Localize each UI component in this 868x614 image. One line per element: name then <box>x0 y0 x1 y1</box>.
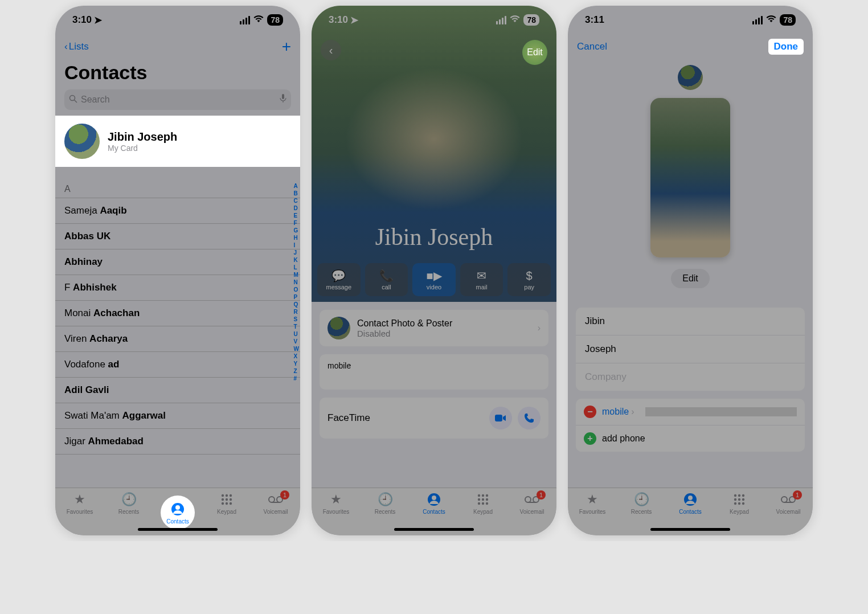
tab-favourites[interactable]: ★Favourites <box>575 492 609 535</box>
svg-rect-2 <box>282 94 284 99</box>
poster-preview[interactable] <box>650 98 730 257</box>
cancel-button[interactable]: Cancel <box>577 41 607 52</box>
action-video[interactable]: ■▶video <box>412 263 456 296</box>
phone-value-redacted <box>327 371 541 383</box>
svg-point-30 <box>525 497 531 502</box>
contact-row[interactable]: Abhinay <box>55 249 300 275</box>
voicemail-badge: 1 <box>537 490 546 500</box>
index-bar[interactable]: ABCDEFGHIJKLMNOPQRSTUVWXYZ# <box>294 182 299 382</box>
add-contact-button[interactable]: + <box>282 38 291 56</box>
action-row: 💬message 📞call ■▶video ✉mail $pay <box>317 263 551 296</box>
phone-screen-2: 3:10➤ 78 ‹ Edit Jibin Joseph 💬message 📞c… <box>312 6 556 535</box>
avatar <box>64 124 100 159</box>
svg-point-21 <box>478 494 480 497</box>
contact-row[interactable]: Monai Achachan <box>55 301 300 326</box>
action-pay[interactable]: $pay <box>507 263 551 296</box>
phone-edit-section: − mobile› + add phone <box>576 399 805 452</box>
svg-point-44 <box>781 497 787 502</box>
svg-point-13 <box>269 497 275 502</box>
battery: 78 <box>523 14 539 26</box>
last-name-field[interactable]: Joseph <box>576 335 805 363</box>
action-call[interactable]: 📞call <box>365 263 408 296</box>
search-input[interactable]: Search <box>64 89 291 110</box>
message-icon: 💬 <box>331 269 346 283</box>
tab-favourites[interactable]: ★Favourites <box>63 492 97 535</box>
mic-icon[interactable] <box>280 94 286 105</box>
status-bar: 3:10 ➤ 78 <box>55 6 300 34</box>
first-name-field[interactable]: Jibin <box>576 308 805 335</box>
clock-icon: 🕘 <box>633 492 649 507</box>
photo-poster-row[interactable]: Contact Photo & Poster Disabled › <box>320 310 548 346</box>
svg-point-25 <box>482 498 484 501</box>
time: 3:10 <box>329 14 348 26</box>
wifi-icon <box>510 14 520 26</box>
phone-number-row[interactable]: mobile <box>320 354 548 390</box>
svg-point-4 <box>222 494 224 497</box>
back-button[interactable]: ‹ <box>321 40 341 60</box>
contact-row[interactable]: Viren Acharya <box>55 326 300 352</box>
action-mail[interactable]: ✉mail <box>460 263 503 296</box>
chevron-left-icon: ‹ <box>64 41 68 52</box>
contact-row[interactable]: Sameja Aaqib <box>55 198 300 224</box>
svg-point-27 <box>478 502 480 505</box>
status-bar: 3:11 78 <box>568 6 813 34</box>
contact-poster: 3:10➤ 78 ‹ Edit Jibin Joseph 💬message 📞c… <box>312 6 556 302</box>
svg-point-29 <box>486 502 488 505</box>
my-card-row[interactable]: Jibin Joseph My Card <box>55 116 300 167</box>
phone-icon: 📞 <box>379 269 394 283</box>
contact-row[interactable]: F Abhishek <box>55 275 300 301</box>
phone-row[interactable]: − mobile› <box>576 399 805 425</box>
search-icon <box>69 95 77 105</box>
contacts-list[interactable]: Sameja AaqibAbbas UKAbhinayF AbhishekMon… <box>55 198 300 455</box>
photo-poster-title: Contact Photo & Poster <box>357 318 452 329</box>
phone-type-button[interactable]: mobile› <box>602 407 634 417</box>
facetime-video-button[interactable] <box>489 407 512 429</box>
svg-point-36 <box>738 494 740 497</box>
home-indicator[interactable] <box>394 528 474 531</box>
svg-point-11 <box>226 502 228 505</box>
tab-voicemail[interactable]: 1Voicemail <box>259 492 293 535</box>
tab-contacts-highlighted[interactable]: Contacts <box>161 496 195 530</box>
avatar-thumb[interactable] <box>678 65 703 90</box>
wifi-icon <box>766 14 776 26</box>
svg-point-39 <box>738 498 740 501</box>
home-indicator[interactable] <box>650 528 730 531</box>
svg-point-24 <box>478 498 480 501</box>
done-button-highlighted[interactable]: Done <box>768 39 804 55</box>
tab-voicemail[interactable]: 1Voicemail <box>515 492 549 535</box>
location-icon: ➤ <box>94 14 102 26</box>
svg-point-26 <box>486 498 488 501</box>
time: 3:11 <box>585 14 604 26</box>
action-message[interactable]: 💬message <box>317 263 361 296</box>
add-phone-button[interactable]: + <box>584 432 596 445</box>
remove-phone-button[interactable]: − <box>584 406 596 418</box>
facetime-label: FaceTime <box>327 412 370 424</box>
facetime-audio-button[interactable] <box>518 407 541 429</box>
contact-row[interactable]: Adil Gavli <box>55 378 300 403</box>
tab-voicemail[interactable]: 1Voicemail <box>771 492 805 535</box>
phone-value-redacted[interactable] <box>645 407 797 416</box>
svg-point-23 <box>486 494 488 497</box>
contact-row[interactable]: Swati Ma'am Aggarwal <box>55 403 300 429</box>
back-lists-button[interactable]: ‹ Lists <box>64 41 89 52</box>
home-indicator[interactable] <box>138 528 218 531</box>
svg-point-20 <box>432 496 436 500</box>
svg-point-34 <box>688 496 693 500</box>
company-field[interactable]: Company <box>576 363 805 391</box>
wifi-icon <box>253 15 264 25</box>
my-card-sub: My Card <box>108 144 177 153</box>
svg-point-22 <box>482 494 484 497</box>
add-phone-label: add phone <box>602 433 645 444</box>
add-phone-row[interactable]: + add phone <box>576 425 805 452</box>
edit-poster-button[interactable]: Edit <box>671 269 710 288</box>
edit-button-highlighted[interactable]: Edit <box>522 40 547 65</box>
star-icon: ★ <box>72 492 88 507</box>
contact-row[interactable]: Abbas UK <box>55 224 300 249</box>
phone-label: mobile <box>327 361 541 370</box>
tab-favourites[interactable]: ★Favourites <box>319 492 353 535</box>
contact-row[interactable]: Vodafone ad <box>55 352 300 378</box>
voicemail-badge: 1 <box>280 490 289 500</box>
svg-point-43 <box>742 502 744 505</box>
contact-row[interactable]: Jigar Ahmedabad <box>55 429 300 455</box>
svg-point-41 <box>734 502 736 505</box>
